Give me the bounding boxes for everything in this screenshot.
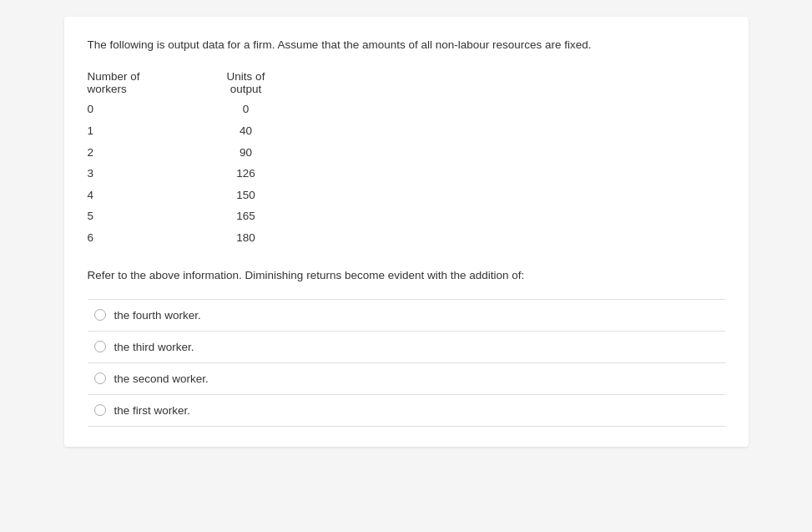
cell-workers: 6 (88, 227, 196, 249)
table-row: 6180 (88, 227, 725, 249)
question-text: Refer to the above information. Diminish… (88, 267, 725, 284)
cell-workers: 1 (88, 120, 196, 142)
cell-workers: 2 (88, 142, 196, 164)
answer-option-opt4[interactable]: the first worker. (88, 395, 725, 427)
radio-icon (94, 404, 106, 416)
cell-output: 40 (196, 120, 296, 142)
radio-icon (94, 341, 106, 352)
cell-workers: 5 (88, 205, 196, 227)
radio-icon (94, 372, 106, 384)
col-output-header: Units of output (196, 70, 296, 95)
table-row: 3126 (88, 163, 725, 185)
cell-output: 165 (196, 205, 296, 227)
cell-output: 126 (196, 163, 296, 185)
cell-workers: 0 (88, 99, 196, 120)
answer-option-opt2[interactable]: the third worker. (88, 332, 725, 363)
options-container: the fourth worker.the third worker.the s… (88, 300, 725, 427)
answer-label: the fourth worker. (114, 309, 201, 322)
table-row: 140 (88, 120, 725, 142)
table-row: 4150 (88, 185, 725, 206)
col1-line1: Number of (88, 70, 196, 83)
table-header: Number of workers Units of output (88, 70, 725, 95)
intro-text: The following is output data for a firm.… (88, 37, 725, 53)
col2-line1: Units of (196, 70, 296, 83)
cell-output: 90 (196, 142, 296, 164)
col2-line2: output (196, 83, 296, 95)
table-row: 290 (88, 142, 725, 164)
cell-output: 180 (196, 227, 296, 249)
answer-option-opt3[interactable]: the second worker. (88, 363, 725, 395)
radio-icon (94, 309, 106, 321)
cell-output: 150 (196, 185, 296, 206)
cell-output: 0 (196, 99, 296, 120)
answer-label: the second worker. (114, 372, 209, 385)
table-row: 5165 (88, 205, 725, 227)
cell-workers: 3 (88, 163, 196, 185)
data-table: Number of workers Units of output 001402… (88, 70, 725, 248)
answer-label: the third worker. (114, 341, 194, 353)
table-rows: 001402903126415051656180 (88, 99, 725, 248)
table-row: 00 (88, 99, 725, 120)
col-workers-header: Number of workers (88, 70, 196, 95)
col1-line2: workers (88, 83, 196, 95)
answer-label: the first worker. (114, 404, 191, 417)
main-card: The following is output data for a firm.… (64, 17, 749, 447)
cell-workers: 4 (88, 185, 196, 206)
answer-option-opt1[interactable]: the fourth worker. (88, 300, 725, 332)
